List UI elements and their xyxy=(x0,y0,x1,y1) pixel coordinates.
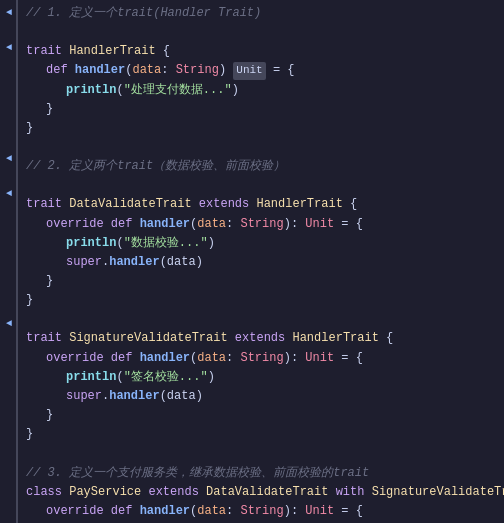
line-18: trait SignatureValidateTrait extends Han… xyxy=(26,329,504,348)
line-11: trait DataValidateTrait extends HandlerT… xyxy=(26,195,504,214)
line-9: // 2. 定义两个trait（数据校验、前面校验） xyxy=(26,157,504,176)
line-19: override def handler(data: String): Unit… xyxy=(26,349,504,368)
line-blank-5 xyxy=(26,445,504,464)
line-6: } xyxy=(26,100,504,119)
line-3: trait HandlerTrait { xyxy=(26,42,504,61)
line-12: override def handler(data: String): Unit… xyxy=(26,215,504,234)
line-7: } xyxy=(26,119,504,138)
line-blank-2 xyxy=(26,138,504,157)
gutter-arrow-11[interactable]: ◄ xyxy=(2,186,16,200)
line-16: } xyxy=(26,291,504,310)
line-blank-4 xyxy=(26,310,504,329)
line-26: class PayService extends DataValidateTra… xyxy=(26,483,504,502)
line-13: println("数据校验...") xyxy=(26,234,504,253)
gutter-arrow-1[interactable]: ◄ xyxy=(2,5,16,19)
line-25: // 3. 定义一个支付服务类，继承数据校验、前面校验的trait xyxy=(26,464,504,483)
line-1: // 1. 定义一个trait(Handler Trait) xyxy=(26,4,504,23)
line-4: def handler(data: String) Unit = { xyxy=(26,61,504,80)
gutter-arrow-9[interactable]: ◄ xyxy=(2,151,16,165)
gutter-arrow-18[interactable]: ◄ xyxy=(2,316,16,330)
line-14: super.handler(data) xyxy=(26,253,504,272)
line-21: super.handler(data) xyxy=(26,387,504,406)
line-20: println("签名校验...") xyxy=(26,368,504,387)
code-content: // 1. 定义一个trait(Handler Trait) trait Han… xyxy=(18,0,504,523)
line-5: println("处理支付数据...") xyxy=(26,81,504,100)
gutter-arrow-3[interactable]: ◄ xyxy=(2,40,16,54)
code-editor: ◄ ◄ ◄ ◄ ◄ // 1. 定义一个trait(Handler Trait)… xyxy=(0,0,504,523)
highlight-unit-1: Unit xyxy=(233,62,265,80)
gutter: ◄ ◄ ◄ ◄ ◄ xyxy=(0,0,18,523)
line-15: } xyxy=(26,272,504,291)
line-blank-3 xyxy=(26,176,504,195)
line-23: } xyxy=(26,425,504,444)
line-27: override def handler(data: String): Unit… xyxy=(26,502,504,521)
line-blank-1 xyxy=(26,23,504,42)
line-22: } xyxy=(26,406,504,425)
